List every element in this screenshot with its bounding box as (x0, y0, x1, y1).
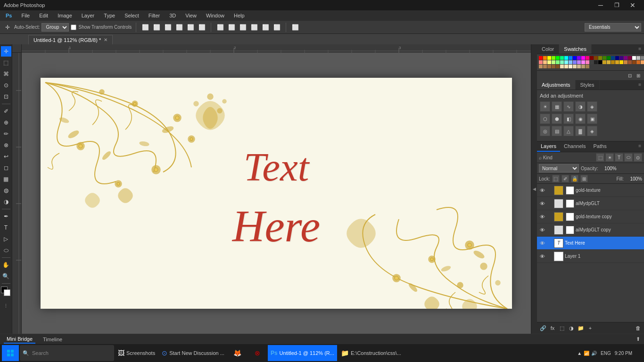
lock-pixels-btn[interactable]: ⬚ (552, 175, 560, 182)
canvas-container[interactable]: Text Here (22, 53, 531, 334)
adj-gradient-icon[interactable]: ▓ (575, 126, 586, 136)
align-bottom-icon[interactable]: ⬜ (163, 23, 173, 32)
swatch-cyan[interactable] (564, 56, 568, 60)
layers-filter-pixel-btn[interactable]: ⬚ (596, 153, 604, 162)
swatch-magenta[interactable] (581, 56, 585, 60)
swatch-green[interactable] (556, 56, 560, 60)
menu-edit[interactable]: Edit (35, 12, 52, 19)
swatch-moccasin[interactable] (564, 65, 568, 68)
layers-filter-type-btn[interactable]: T (615, 153, 623, 162)
layer-group-btn[interactable]: 📁 (577, 324, 585, 332)
menu-ps[interactable]: Ps (2, 12, 16, 19)
eyedropper-tool[interactable]: ✐ (1, 106, 11, 116)
menu-3d[interactable]: 3D (165, 12, 180, 19)
adj-bw-icon[interactable]: ◧ (563, 114, 574, 124)
swatch-dark-violet[interactable] (619, 56, 623, 60)
minimize-button[interactable]: ─ (593, 0, 608, 10)
swatch-buff[interactable] (577, 65, 581, 68)
dodge-tool[interactable]: ◑ (1, 197, 11, 207)
dist-bottom-icon[interactable]: ⬜ (238, 23, 248, 32)
swatch-tan2[interactable] (543, 65, 547, 68)
swatch-light-blue[interactable] (573, 60, 577, 64)
swatch-light-azure[interactable] (569, 60, 572, 64)
channels-tab[interactable]: Channels (560, 141, 589, 152)
adj-threshold-icon[interactable]: △ (563, 126, 574, 136)
swatch-cream[interactable] (573, 65, 577, 68)
swatch-mint[interactable] (560, 56, 564, 60)
adj-posterize-icon[interactable]: ▤ (552, 126, 562, 136)
menu-file[interactable]: File (17, 12, 33, 19)
tray-arrow[interactable]: ▲ (577, 351, 582, 356)
lock-position-btn[interactable]: ✐ (561, 175, 569, 182)
swatches-tab[interactable]: Swatches (559, 44, 592, 54)
swatch-khaki1[interactable] (581, 65, 585, 68)
menu-window[interactable]: Window (202, 12, 228, 19)
adj-colorbalance-icon[interactable]: ⬢ (552, 114, 562, 124)
swatch-maroon[interactable] (590, 56, 594, 60)
swatch-azure[interactable] (569, 56, 572, 60)
swatch-tan1[interactable] (539, 65, 543, 68)
swatch-olive[interactable] (598, 56, 602, 60)
menu-help[interactable]: Help (230, 12, 248, 19)
hand-tool[interactable]: ✋ (1, 260, 11, 270)
taskbar-search[interactable]: 🔍 Search (20, 345, 114, 361)
swatch-light-rose[interactable] (586, 60, 589, 64)
align-left-icon[interactable]: ⬜ (174, 23, 184, 32)
layer-item-aiMydpGLT[interactable]: 👁 aiMydpGLT (537, 197, 644, 210)
crop-tool[interactable]: ⊡ (1, 91, 11, 102)
heal-tool[interactable]: ⊕ (1, 117, 11, 128)
swatch-sandybrown[interactable] (641, 60, 644, 64)
layer-eye-aiMydpGLT[interactable]: 👁 (539, 200, 545, 207)
edit-toolbar-button[interactable]: ⋮ (1, 301, 11, 311)
dist-left-icon[interactable]: ⬜ (249, 23, 259, 32)
layer-eye-gold-texture-copy[interactable]: 👁 (539, 214, 545, 220)
taskbar-screenshots-btn[interactable]: 🖼 Screenshots (115, 345, 158, 361)
lasso-tool[interactable]: ⌘ (1, 69, 11, 79)
document-tab[interactable]: Untitled-1 @ 112% (RGB/8) * ✕ (28, 35, 113, 44)
swatch-khaki2[interactable] (586, 65, 589, 68)
restore-button[interactable]: ❐ (609, 0, 624, 10)
swatch-light-mint[interactable] (560, 60, 564, 64)
marquee-tool[interactable]: ⬚ (1, 58, 11, 68)
workspace-select[interactable]: Essentials Design Photography (585, 23, 641, 32)
lock-all-btn[interactable]: 🔒 (571, 175, 578, 182)
swatch-silver[interactable] (636, 56, 640, 60)
adj-channel-icon[interactable]: ▣ (587, 114, 597, 124)
layers-panel-menu[interactable]: ≡ (636, 141, 644, 152)
layers-filter-adjust-btn[interactable]: ☀ (605, 153, 614, 162)
swatch-brown[interactable] (594, 56, 598, 60)
align-hcenter-icon[interactable]: ⬜ (186, 23, 195, 32)
swatch-yellow[interactable] (547, 56, 551, 60)
layers-filter-shape-btn[interactable]: ⬭ (624, 153, 633, 162)
layer-item-gold-texture[interactable]: 👁 gold-texture (537, 184, 644, 197)
layer-eye-aiMydpGLT-copy[interactable]: 👁 (539, 227, 545, 233)
brush-tool[interactable]: ✏ (1, 129, 11, 139)
swatch-dark-lime[interactable] (603, 56, 606, 60)
move-tool-icon[interactable]: ✛ (3, 23, 12, 32)
swatch-gray[interactable] (641, 56, 644, 60)
type-tool[interactable]: T (1, 222, 11, 233)
swatch-light-red[interactable] (539, 60, 543, 64)
swatch-peach2[interactable] (569, 65, 572, 68)
dist-right-icon[interactable]: ⬜ (272, 23, 281, 32)
mini-bridge-expand[interactable]: ⬆ (636, 336, 640, 342)
menu-select[interactable]: Select (121, 12, 143, 19)
swatch-peach[interactable] (543, 60, 547, 64)
swatch-gold2[interactable] (607, 60, 611, 64)
layer-item-gold-texture-copy[interactable]: 👁 gold-texture copy (537, 210, 644, 223)
taskbar-ps-btn[interactable]: Ps Untitled-1 @ 112% (R... (268, 345, 337, 361)
adj-brightness-icon[interactable]: ☀ (540, 101, 550, 112)
shape-tool[interactable]: ⬭ (1, 245, 11, 255)
layer-eye-text-here[interactable]: 👁 (539, 240, 545, 247)
swatch-wheat[interactable] (560, 65, 564, 68)
path-select-tool[interactable]: ▷ (1, 234, 11, 244)
adj-panel-menu[interactable]: ≡ (636, 80, 644, 90)
align-vcenter-icon[interactable]: ⬜ (152, 23, 161, 32)
taskbar-chrome-btn[interactable]: ⊙ Start New Discussion ... (159, 345, 227, 361)
arrange-icon[interactable]: ⬜ (290, 23, 300, 32)
align-right-icon[interactable]: ⬜ (197, 23, 206, 32)
foreground-color[interactable] (1, 287, 11, 297)
taskbar-firefox-btn[interactable]: 🦊 (228, 345, 247, 361)
swatch-dark-blue[interactable] (615, 56, 619, 60)
layer-delete-btn[interactable]: 🗑 (634, 324, 642, 332)
